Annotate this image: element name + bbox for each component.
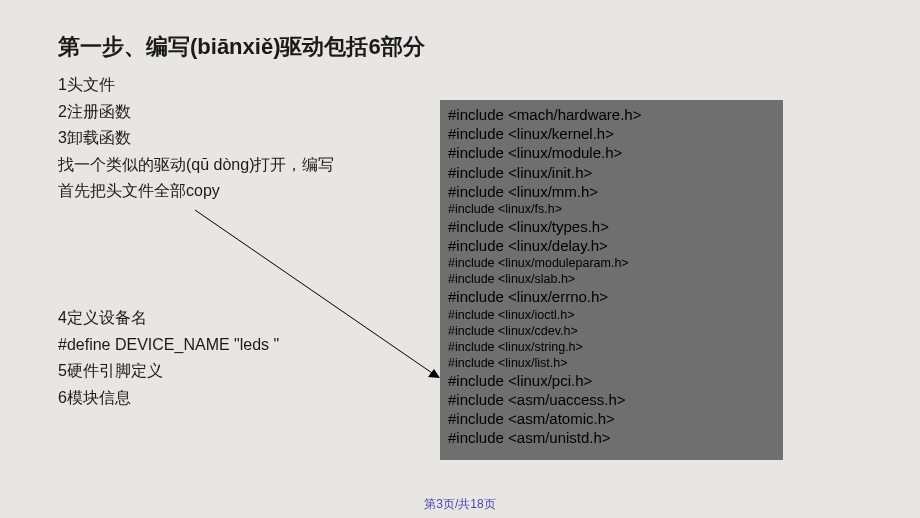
code-box: #include <mach/hardware.h> #include <lin… bbox=[440, 100, 783, 460]
code-line: #include <linux/kernel.h> bbox=[448, 124, 775, 143]
code-line: #include <linux/string.h> bbox=[448, 339, 775, 355]
line-1: 1头文件 bbox=[58, 72, 428, 98]
line-5: 首先把头文件全部copy bbox=[58, 178, 428, 204]
code-line: #include <linux/slab.h> bbox=[448, 271, 775, 287]
code-line: #include <linux/mm.h> bbox=[448, 182, 775, 201]
line-6: 4定义设备名 bbox=[58, 305, 428, 331]
code-line: #include <linux/list.h> bbox=[448, 355, 775, 371]
line-7: #define DEVICE_NAME "leds " bbox=[58, 332, 428, 358]
code-line: #include <linux/delay.h> bbox=[448, 236, 775, 255]
slide-content: 第一步、编写(biānxiě)驱动包括6部分 1头文件 2注册函数 3卸载函数 … bbox=[0, 0, 920, 518]
code-line: #include <linux/moduleparam.h> bbox=[448, 255, 775, 271]
code-line: #include <linux/ioctl.h> bbox=[448, 307, 775, 323]
code-line: #include <asm/atomic.h> bbox=[448, 409, 775, 428]
slide-title: 第一步、编写(biānxiě)驱动包括6部分 bbox=[58, 32, 862, 62]
page-footer: 第3页/共18页 bbox=[0, 496, 920, 513]
code-line: #include <linux/init.h> bbox=[448, 163, 775, 182]
line-2: 2注册函数 bbox=[58, 99, 428, 125]
line-9: 6模块信息 bbox=[58, 385, 428, 411]
code-line: #include <linux/errno.h> bbox=[448, 287, 775, 306]
code-line: #include <linux/pci.h> bbox=[448, 371, 775, 390]
code-line: #include <linux/cdev.h> bbox=[448, 323, 775, 339]
code-line: #include <linux/fs.h> bbox=[448, 201, 775, 217]
line-8: 5硬件引脚定义 bbox=[58, 358, 428, 384]
code-line: #include <asm/uaccess.h> bbox=[448, 390, 775, 409]
spacer bbox=[58, 205, 428, 305]
line-4: 找一个类似的驱动(qū dòng)打开，编写 bbox=[58, 152, 428, 178]
code-line: #include <linux/module.h> bbox=[448, 143, 775, 162]
line-3: 3卸载函数 bbox=[58, 125, 428, 151]
code-line: #include <linux/types.h> bbox=[448, 217, 775, 236]
left-column: 1头文件 2注册函数 3卸载函数 找一个类似的驱动(qū dòng)打开，编写 … bbox=[58, 72, 428, 410]
svg-marker-1 bbox=[428, 369, 440, 378]
code-line: #include <mach/hardware.h> bbox=[448, 105, 775, 124]
code-line: #include <asm/unistd.h> bbox=[448, 428, 775, 447]
